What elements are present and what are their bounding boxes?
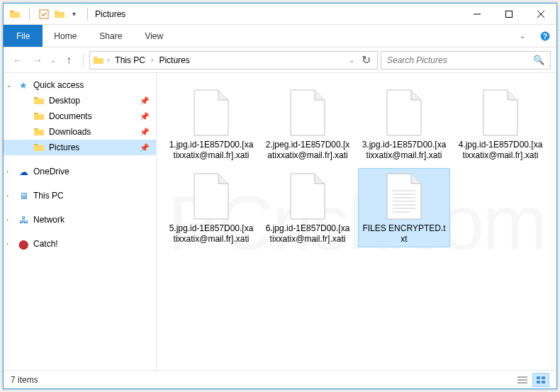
- separator: [29, 8, 30, 21]
- recent-locations-icon[interactable]: ⌄: [50, 57, 56, 64]
- sidebar-item-label: Downloads: [49, 127, 91, 137]
- chevron-right-icon[interactable]: ›: [107, 56, 109, 64]
- address-bar[interactable]: › This PC › Pictures ⌄ ↻: [89, 51, 378, 69]
- folder-icon: [33, 142, 45, 153]
- file-icon: [476, 87, 525, 138]
- file-name-label: 4.jpg.id-1E857D00.[xatixxatix@mail.fr].x…: [457, 140, 544, 161]
- new-folder-icon[interactable]: [54, 9, 65, 20]
- file-item[interactable]: FILES ENCRYPTED.txt: [358, 168, 450, 247]
- expand-icon[interactable]: ›: [6, 216, 9, 223]
- svg-rect-19: [537, 381, 540, 383]
- sidebar-item-label: Documents: [49, 111, 92, 121]
- status-bar: 7 items: [4, 370, 556, 388]
- tab-home[interactable]: Home: [43, 25, 88, 47]
- file-item[interactable]: 2.jpeg.id-1E857D00.[xatixxatix@mail.fr].…: [262, 84, 354, 164]
- window-title: Pictures: [95, 9, 461, 19]
- expand-icon[interactable]: ›: [6, 168, 9, 175]
- file-item[interactable]: 5.jpg.id-1E857D00.[xatixxatix@mail.fr].x…: [165, 168, 257, 247]
- expand-icon[interactable]: ›: [6, 240, 9, 247]
- file-icon: [284, 87, 332, 138]
- svg-rect-2: [505, 11, 512, 17]
- folder-icon: [33, 95, 45, 106]
- thumbnails-view-button[interactable]: [532, 373, 549, 387]
- properties-icon[interactable]: [38, 9, 50, 20]
- collapse-icon[interactable]: ⌄: [6, 82, 12, 89]
- network-icon: 🖧: [18, 214, 29, 225]
- cloud-icon: ☁: [18, 166, 29, 177]
- sidebar-catch[interactable]: › ⬤ Catch!: [4, 236, 156, 252]
- folder-icon: [33, 126, 45, 138]
- titlebar[interactable]: ▾ Pictures: [4, 4, 556, 25]
- forward-button[interactable]: →: [29, 52, 46, 69]
- sidebar-item-pictures[interactable]: Pictures📌: [4, 140, 156, 155]
- search-input[interactable]: [387, 55, 533, 65]
- close-button[interactable]: [525, 4, 556, 24]
- tab-view[interactable]: View: [133, 25, 174, 47]
- sidebar-item-documents[interactable]: Documents📌: [4, 108, 156, 124]
- file-item[interactable]: 4.jpg.id-1E857D00.[xatixxatix@mail.fr].x…: [454, 84, 547, 164]
- sidebar-thispc[interactable]: › 🖥 This PC: [4, 188, 156, 203]
- svg-rect-18: [542, 376, 545, 379]
- search-box[interactable]: 🔍: [381, 51, 551, 69]
- file-name-label: 1.jpg.id-1E857D00.[xatixxatix@mail.fr].x…: [168, 140, 254, 161]
- file-name-label: 6.jpg.id-1E857D00.[xatixxatix@mail.fr].x…: [264, 223, 351, 245]
- navigation-bar: ← → ⌄ ↑ › This PC › Pictures ⌄ ↻ 🔍: [4, 47, 556, 73]
- expand-icon[interactable]: ›: [6, 192, 9, 199]
- qat-customize-icon[interactable]: ▾: [72, 10, 76, 18]
- file-icon: [187, 171, 235, 222]
- sidebar-label: Network: [33, 215, 65, 225]
- file-icon: [380, 171, 428, 222]
- pin-icon: 📌: [139, 128, 150, 137]
- sidebar-label: OneDrive: [33, 167, 69, 177]
- navigation-pane[interactable]: ⌄ ★ Quick access Desktop📌Documents📌Downl…: [4, 73, 157, 370]
- sidebar-onedrive[interactable]: › ☁ OneDrive: [4, 164, 156, 179]
- file-name-label: FILES ENCRYPTED.txt: [361, 223, 447, 245]
- breadcrumb-thispc[interactable]: This PC: [112, 55, 148, 65]
- ribbon: File Home Share View ⌄ ?: [4, 25, 556, 47]
- file-name-label: 2.jpeg.id-1E857D00.[xatixxatix@mail.fr].…: [264, 140, 351, 161]
- back-button[interactable]: ←: [9, 52, 26, 69]
- chevron-right-icon[interactable]: ›: [151, 56, 153, 64]
- file-item[interactable]: 1.jpg.id-1E857D00.[xatixxatix@mail.fr].x…: [165, 84, 257, 164]
- sidebar-item-desktop[interactable]: Desktop📌: [4, 93, 156, 108]
- monitor-icon: 🖥: [18, 190, 29, 201]
- folder-icon: [33, 111, 45, 122]
- sidebar-label: Catch!: [33, 239, 58, 249]
- sidebar-quick-access[interactable]: ⌄ ★ Quick access: [4, 77, 156, 93]
- ribbon-expand-icon[interactable]: ⌄: [511, 25, 534, 47]
- refresh-button[interactable]: ↻: [357, 53, 374, 67]
- star-icon: ★: [18, 79, 29, 91]
- file-list[interactable]: PCrisk.com 1.jpg.id-1E857D00.[xatixxatix…: [157, 73, 556, 370]
- file-menu[interactable]: File: [4, 25, 43, 47]
- sidebar-label: Quick access: [33, 80, 84, 90]
- svg-rect-17: [537, 376, 540, 379]
- minimize-button[interactable]: [461, 4, 493, 24]
- search-icon[interactable]: 🔍: [533, 55, 544, 65]
- separator: [87, 8, 88, 21]
- up-button[interactable]: ↑: [60, 52, 77, 69]
- file-name-label: 3.jpg.id-1E857D00.[xatixxatix@mail.fr].x…: [361, 140, 447, 161]
- sidebar-item-label: Pictures: [49, 142, 79, 152]
- item-count: 7 items: [11, 375, 38, 385]
- file-item[interactable]: 6.jpg.id-1E857D00.[xatixxatix@mail.fr].x…: [262, 168, 354, 247]
- details-view-button[interactable]: [514, 373, 531, 387]
- folder-icon: [93, 55, 104, 66]
- maximize-button[interactable]: [493, 4, 525, 24]
- pin-icon: 📌: [139, 96, 150, 106]
- file-icon: [380, 87, 428, 138]
- file-icon: [284, 171, 332, 222]
- svg-rect-20: [542, 381, 545, 383]
- file-name-label: 5.jpg.id-1E857D00.[xatixxatix@mail.fr].x…: [168, 223, 254, 245]
- file-item[interactable]: 3.jpg.id-1E857D00.[xatixxatix@mail.fr].x…: [358, 84, 450, 164]
- chevron-down-icon[interactable]: ⌄: [349, 56, 354, 64]
- folder-icon: [9, 9, 21, 20]
- pin-icon: 📌: [139, 143, 150, 152]
- tab-share[interactable]: Share: [88, 25, 133, 47]
- sidebar-network[interactable]: › 🖧 Network: [4, 212, 156, 228]
- breadcrumb-pictures[interactable]: Pictures: [156, 55, 192, 65]
- svg-text:?: ?: [543, 33, 547, 40]
- help-button[interactable]: ?: [534, 25, 556, 47]
- sidebar-item-downloads[interactable]: Downloads📌: [4, 124, 156, 140]
- file-icon: [187, 87, 235, 138]
- sidebar-label: This PC: [33, 191, 64, 201]
